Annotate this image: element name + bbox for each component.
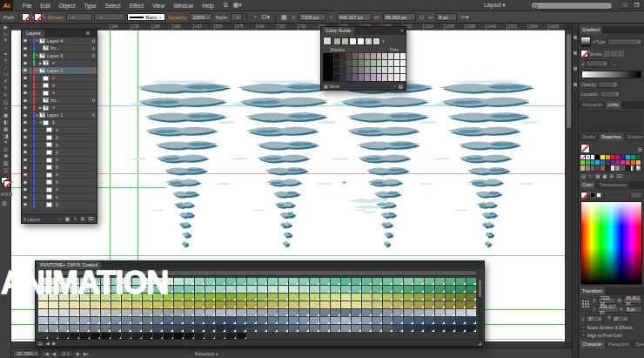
pantone-swatch[interactable] (91, 309, 100, 316)
pantone-swatch[interactable] (268, 294, 278, 301)
pantone-swatch[interactable] (184, 286, 194, 293)
link-dimensions-icon[interactable]: ◇ (419, 14, 424, 21)
swatch[interactable] (606, 155, 610, 159)
color-variation-swatch[interactable] (346, 67, 352, 74)
pantone-swatch[interactable] (80, 309, 90, 316)
tab-panel[interactable]: Artboards (580, 101, 605, 109)
pantone-swatch[interactable] (247, 317, 257, 324)
fill-swatch[interactable] (22, 13, 30, 21)
last-artboard-icon[interactable]: ▶| (84, 351, 89, 356)
swatch[interactable] (615, 165, 620, 170)
pantone-swatch[interactable] (132, 317, 142, 324)
layer-thumbnail[interactable] (39, 53, 45, 58)
pantone-swatch[interactable] (111, 325, 121, 332)
pantone-swatch[interactable] (352, 286, 361, 293)
pantone-swatch[interactable] (404, 301, 413, 308)
pantone-swatch[interactable] (383, 325, 392, 332)
pantone-swatch[interactable] (216, 325, 225, 332)
pantone-swatch[interactable] (164, 309, 173, 316)
swatch[interactable] (591, 165, 595, 170)
target-icon[interactable] (54, 188, 60, 192)
layer-name[interactable]: Layer 2 (47, 68, 91, 73)
tool-button[interactable]: ✱ (0, 152, 11, 159)
pantone-swatch[interactable] (414, 286, 424, 293)
pantone-swatch[interactable] (216, 317, 225, 324)
pantone-swatch[interactable] (435, 278, 445, 285)
swatches-footer-icon[interactable]: ▣ (602, 173, 607, 179)
tab-panel[interactable]: Links (606, 101, 621, 109)
pantone-swatch[interactable] (174, 278, 184, 285)
tab-panel[interactable]: Stroke (580, 133, 598, 141)
visibility-eye-icon[interactable] (22, 172, 29, 179)
visibility-eye-icon[interactable] (22, 157, 29, 164)
pantone-swatch[interactable] (446, 309, 455, 316)
pantone-swatch[interactable] (174, 286, 184, 293)
pantone-swatch[interactable] (425, 301, 434, 308)
pantone-swatch[interactable] (331, 325, 340, 332)
pantone-swatch[interactable] (383, 309, 392, 316)
align-pixel-grid-checkbox[interactable]: Align to Pixel Grid (581, 333, 644, 338)
pantone-swatch[interactable] (446, 278, 455, 285)
pantone-swatch[interactable] (101, 317, 111, 324)
target-icon[interactable] (50, 62, 57, 65)
color-variation-swatch[interactable] (394, 60, 399, 67)
target-icon[interactable] (54, 165, 60, 169)
pantone-swatch[interactable] (331, 286, 340, 293)
pantone-swatch[interactable] (383, 278, 392, 285)
target-icon[interactable] (91, 98, 97, 102)
brush-library-icon[interactable]: ✑▾ (460, 14, 468, 21)
color-variation-swatch[interactable] (346, 53, 352, 60)
pantone-swatch[interactable] (331, 309, 340, 316)
target-icon[interactable] (50, 91, 57, 95)
swatch[interactable] (595, 165, 600, 170)
pantone-swatch[interactable] (247, 309, 257, 316)
tab-panel[interactable]: Transparency (596, 181, 629, 189)
pantone-swatch[interactable] (174, 301, 184, 308)
pantone-swatch[interactable] (195, 278, 205, 285)
pantone-swatch[interactable] (216, 278, 225, 285)
prev-artboard-icon[interactable]: ◀ (52, 351, 56, 356)
layer-row[interactable] (22, 157, 97, 165)
layer-name[interactable]: Layer 4 (47, 38, 91, 44)
pantone-swatch[interactable] (310, 301, 319, 308)
pantone-swatch[interactable] (372, 301, 382, 308)
pantone-swatch[interactable] (205, 317, 215, 324)
pantone-swatch[interactable] (299, 317, 309, 324)
color-variation-swatch[interactable] (382, 53, 387, 60)
swatch[interactable] (631, 165, 635, 170)
layer-thumbnail[interactable] (43, 76, 49, 81)
layer-thumbnail[interactable] (46, 172, 52, 178)
pantone-swatch[interactable] (310, 325, 319, 332)
pantone-swatch[interactable] (456, 294, 466, 301)
pantone-swatch[interactable] (383, 286, 392, 293)
visibility-eye-icon[interactable] (22, 37, 29, 44)
swatch[interactable]: ✛ (586, 155, 590, 159)
pantone-swatch[interactable] (372, 309, 382, 316)
swatch[interactable] (600, 160, 605, 165)
layer-row[interactable]: ▶ (22, 105, 97, 112)
gradient-slider[interactable] (581, 71, 641, 78)
visibility-eye-icon[interactable] (22, 186, 29, 193)
harmony-rules-dropdown[interactable]: ▾ (382, 38, 385, 44)
menu-item[interactable]: Effect (125, 0, 149, 11)
reverse-gradient-icon[interactable]: ↔ (612, 61, 616, 66)
target-icon[interactable] (54, 196, 60, 199)
target-icon[interactable] (91, 69, 97, 72)
pantone-swatch[interactable] (268, 301, 278, 308)
layer-thumbnail[interactable] (43, 91, 49, 96)
pantone-swatch[interactable] (258, 286, 267, 293)
pantone-swatch[interactable] (352, 301, 361, 308)
edit-colors-icon[interactable]: ◔ (392, 84, 395, 89)
layer-row[interactable] (22, 134, 97, 142)
layer-thumbnail[interactable] (39, 68, 45, 73)
pantone-swatch[interactable] (247, 301, 257, 308)
layer-name[interactable] (54, 136, 97, 139)
color-variation-swatch[interactable] (382, 67, 387, 74)
prev-library-icon[interactable]: ◀ (46, 341, 50, 346)
target-icon[interactable] (54, 159, 60, 162)
align-dropdown-icon[interactable]: ⊡▾ (262, 14, 270, 21)
pantone-swatch[interactable] (372, 325, 382, 332)
tool-button[interactable]: ✐ (0, 78, 11, 84)
tool-button[interactable]: ◎ (0, 145, 11, 152)
pantone-swatch[interactable] (268, 278, 278, 285)
